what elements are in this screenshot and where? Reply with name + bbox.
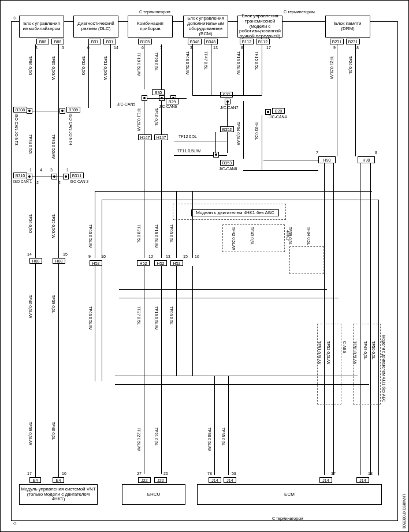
mod-trans: Блок управления трансмиссией (модели с р… [237,16,282,38]
conn: B112 [240,39,254,44]
conn: B31 [88,39,101,44]
marker: ◇ [13,16,16,20]
mod-drm: Блок памяти (DRM) [325,16,370,38]
mod-bcm: Блок управления дополнительным оборудова… [183,16,228,38]
conn: H90 [358,156,375,163]
conn: H90 [318,156,336,163]
conn: B88 [51,39,64,44]
conn: B352 [220,126,234,132]
dashbox [353,324,381,404]
conn: J14 [224,477,236,483]
conn: B353 [220,160,234,166]
note-bottom: С терминатором [272,516,303,520]
conn: J22 [154,477,167,483]
conn: H88 [29,258,42,264]
conn: B310 [13,173,27,178]
conn: B29 [166,99,179,104]
mod-ecm: ECM [197,484,382,505]
conn: B88 [36,39,49,44]
dashbox [317,324,341,404]
schematic-frame [11,21,398,521]
mod-ehcu: EHCU [122,484,185,505]
conn: J14 [319,477,332,483]
conn: H52 [90,260,102,266]
conn: H147 [154,134,168,140]
conn: H52 [170,260,183,266]
conn: B30 [152,89,165,95]
note-left: С терминатором [139,10,170,14]
conn: H88 [53,258,65,264]
conn: H147 [138,134,152,140]
conn: J14 [356,477,369,483]
conn: B105 [138,39,152,44]
mod-dlc: Диагностический разъем (DLC) [73,16,118,38]
conn: B231 [330,39,344,44]
conn: J14 [209,477,221,483]
conn: B28 [272,108,285,114]
conn: B311 [70,173,84,178]
conn: E4 [53,477,64,483]
conn: H52 [154,260,167,266]
conn: B309 [66,107,80,113]
conn: B112 [256,39,270,44]
conn: J22 [138,477,151,483]
conn: B348 [204,39,218,44]
note-right: С терминатором [284,10,315,14]
document-id: LNW89DXF003501 [402,494,406,529]
dashbox [289,246,324,274]
conn: B231 [346,39,360,44]
conn: H52 [137,260,150,266]
mod-immobilizer: Блок управления иммобилайзером [19,16,64,38]
marker-bl: ◇ [13,521,16,526]
conn: B308 [13,107,27,113]
conn: E4 [29,477,41,483]
mod-instrument: Комбинация приборов [128,16,173,38]
conn: B348 [188,39,202,44]
conn: B27 [220,92,233,98]
conn: B31 [103,39,116,44]
mod-vnt: Модуль управления системой VNT (только м… [19,484,98,505]
note-mid: Модели с двигателем 4HK1 без АБС [191,209,279,216]
